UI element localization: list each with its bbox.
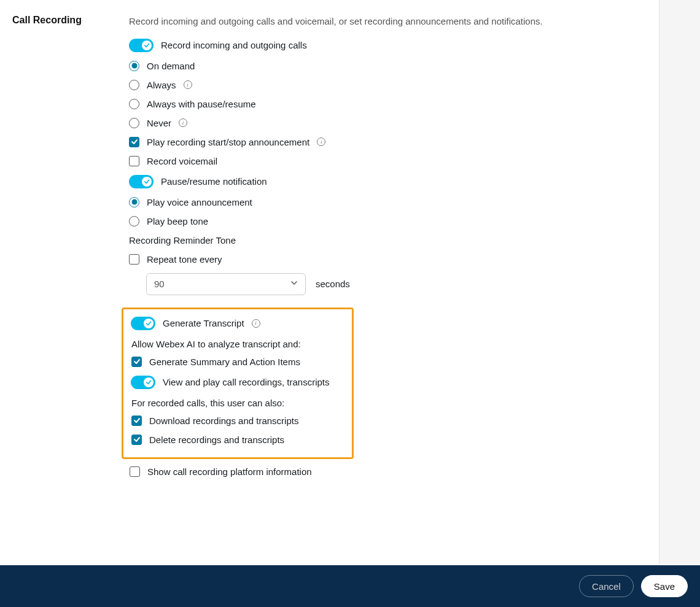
checkbox-delete-rt-label: Delete recordings and transcripts bbox=[149, 435, 284, 445]
check-icon bbox=[144, 377, 154, 387]
info-icon[interactable]: i bbox=[252, 319, 260, 328]
radio-always-pause-resume[interactable] bbox=[129, 99, 139, 109]
check-icon bbox=[142, 41, 152, 50]
for-recorded-calls-label: For recorded calls, this user can also: bbox=[131, 398, 344, 408]
select-value: 90 bbox=[154, 279, 165, 289]
checkbox-generate-summary[interactable] bbox=[131, 357, 142, 367]
section-title: Call Recording bbox=[0, 15, 129, 485]
pause-resume-toggle[interactable] bbox=[129, 175, 154, 188]
radio-always-label: Always bbox=[147, 80, 176, 90]
call-recording-panel: Call Recording Record incoming and outgo… bbox=[0, 0, 659, 565]
radio-beep-tone-label: Play beep tone bbox=[147, 216, 208, 226]
checkbox-play-start-stop[interactable] bbox=[129, 137, 139, 147]
radio-never-label: Never bbox=[147, 118, 171, 128]
radio-beep-tone[interactable] bbox=[129, 216, 139, 226]
radio-always-pause-resume-label: Always with pause/resume bbox=[147, 99, 256, 109]
checkbox-delete-rt[interactable] bbox=[131, 435, 142, 445]
info-icon[interactable]: i bbox=[179, 118, 187, 127]
record-calls-toggle[interactable] bbox=[129, 39, 154, 52]
allow-ai-label: Allow Webex AI to analyze transcript and… bbox=[131, 339, 344, 349]
checkbox-repeat-tone-label: Repeat tone every bbox=[147, 254, 222, 265]
footer-bar: Cancel Save bbox=[0, 565, 700, 607]
checkbox-record-voicemail[interactable] bbox=[129, 156, 139, 166]
checkbox-download-rt-label: Download recordings and transcripts bbox=[149, 416, 298, 426]
checkbox-show-platform[interactable] bbox=[130, 466, 140, 477]
chevron-down-icon bbox=[290, 279, 298, 288]
select-unit: seconds bbox=[316, 279, 350, 289]
check-icon bbox=[142, 177, 152, 187]
view-play-toggle[interactable] bbox=[131, 376, 155, 389]
view-play-label: View and play call recordings, transcrip… bbox=[163, 377, 330, 387]
generate-transcript-label: Generate Transcript bbox=[163, 318, 244, 328]
save-button[interactable]: Save bbox=[641, 575, 688, 597]
section-description: Record incoming and outgoing calls and v… bbox=[129, 15, 634, 29]
checkbox-play-start-stop-label: Play recording start/stop announcement bbox=[147, 137, 309, 147]
checkbox-record-voicemail-label: Record voicemail bbox=[147, 156, 217, 166]
radio-on-demand[interactable] bbox=[129, 61, 139, 71]
repeat-interval-select[interactable]: 90 bbox=[146, 273, 306, 295]
check-icon bbox=[144, 319, 154, 328]
checkbox-download-rt[interactable] bbox=[131, 416, 142, 426]
radio-on-demand-label: On demand bbox=[147, 61, 195, 71]
radio-voice-announcement-label: Play voice announcement bbox=[147, 197, 252, 207]
radio-never[interactable] bbox=[129, 118, 139, 128]
checkbox-show-platform-label: Show call recording platform information bbox=[147, 466, 312, 477]
checkbox-generate-summary-label: Generate Summary and Action Items bbox=[149, 357, 300, 367]
info-icon[interactable]: i bbox=[184, 80, 192, 89]
radio-voice-announcement[interactable] bbox=[129, 197, 139, 207]
cancel-button[interactable]: Cancel bbox=[579, 575, 634, 597]
radio-always[interactable] bbox=[129, 80, 139, 90]
info-icon[interactable]: i bbox=[317, 137, 325, 146]
record-calls-label: Record incoming and outgoing calls bbox=[161, 40, 307, 50]
highlight-section: Generate Transcript i Allow Webex AI to … bbox=[122, 307, 354, 459]
pause-resume-label: Pause/resume notification bbox=[161, 176, 267, 187]
recording-reminder-title: Recording Reminder Tone bbox=[129, 235, 634, 246]
options-column: Record incoming and outgoing calls and v… bbox=[129, 15, 659, 485]
generate-transcript-toggle[interactable] bbox=[131, 317, 155, 330]
checkbox-repeat-tone[interactable] bbox=[129, 254, 139, 265]
